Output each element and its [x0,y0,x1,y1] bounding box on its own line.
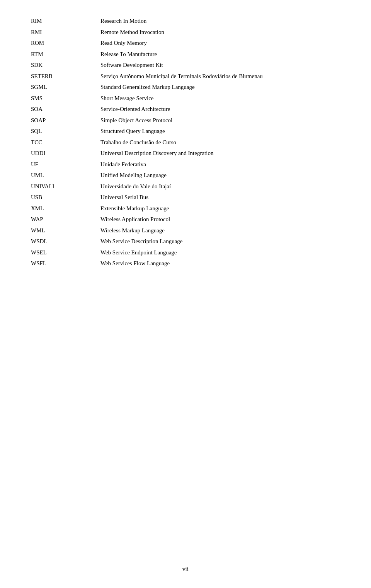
definition: Structured Query Language [100,126,340,137]
table-row: SETERBServiço Autônomo Municipal de Term… [31,71,340,82]
abbreviation: XML [31,203,100,214]
definition: Unidade Federativa [100,159,340,170]
definition: Simple Object Access Protocol [100,115,340,126]
abbreviation: WSFL [31,258,100,269]
table-row: SOAService-Oriented Architecture [31,104,340,115]
table-row: UDDIUniversal Description Discovery and … [31,148,340,159]
definition: Wireless Markup Language [100,225,340,236]
abbreviation: UML [31,170,100,181]
abbreviation: SQL [31,126,100,137]
definition: Read Only Memory [100,37,340,49]
abbreviation: ROM [31,37,100,49]
definition: Web Service Endpoint Language [100,247,340,258]
table-row: WSFLWeb Services Flow Language [31,258,340,269]
table-row: WSELWeb Service Endpoint Language [31,247,340,258]
definition: Release To Manufacture [100,49,340,60]
abbreviation: SETERB [31,71,100,82]
page-number: vii [182,566,189,572]
table-row: ROMRead Only Memory [31,37,340,49]
abbreviation: WSEL [31,247,100,258]
definition: Standard Generalized Markup Language [100,82,340,93]
abbreviation: SOA [31,104,100,115]
table-row: WSDLWeb Service Description Language [31,236,340,247]
definition: Remote Method Invocation [100,27,340,38]
abbreviation: RIM [31,15,100,27]
definition: Trabalho de Conclusão de Curso [100,137,340,148]
table-row: TCCTrabalho de Conclusão de Curso [31,137,340,148]
table-row: UFUnidade Federativa [31,159,340,170]
table-row: XMLExtensible Markup Language [31,203,340,214]
abbreviation: UDDI [31,148,100,159]
table-row: SGMLStandard Generalized Markup Language [31,82,340,93]
table-row: WMLWireless Markup Language [31,225,340,236]
table-row: UNIVALIUniversidade do Vale do Itajaí [31,181,340,192]
table-row: RIMResearch In Motion [31,15,340,27]
definition: Unified Modeling Language [100,170,340,181]
definition: Serviço Autônomo Municipal de Terminais … [100,71,340,82]
abbreviation: TCC [31,137,100,148]
abbreviation: WSDL [31,236,100,247]
abbreviation: USB [31,192,100,203]
definition: Research In Motion [100,15,340,27]
abbreviation: UF [31,159,100,170]
definition: Web Services Flow Language [100,258,340,269]
abbreviation: SDK [31,60,100,71]
page-footer: vii [31,566,340,573]
abbreviation: RMI [31,27,100,38]
table-row: UMLUnified Modeling Language [31,170,340,181]
definition: Wireless Application Protocol [100,214,340,225]
definition: Web Service Description Language [100,236,340,247]
table-row: USBUniversal Serial Bus [31,192,340,203]
table-row: SMSShort Message Service [31,93,340,104]
abbreviation: SOAP [31,115,100,126]
definition: Universal Serial Bus [100,192,340,203]
acronym-table: RIMResearch In MotionRMIRemote Method In… [31,15,340,269]
abbreviation: SMS [31,93,100,104]
abbreviation: RTM [31,49,100,60]
definition: Universal Description Discovery and Inte… [100,148,340,159]
abbreviation: WAP [31,214,100,225]
table-row: SQLStructured Query Language [31,126,340,137]
table-row: SDKSoftware Development Kit [31,60,340,71]
abbreviation: WML [31,225,100,236]
abbreviation: SGML [31,82,100,93]
table-row: WAPWireless Application Protocol [31,214,340,225]
definition: Service-Oriented Architecture [100,104,340,115]
table-row: SOAPSimple Object Access Protocol [31,115,340,126]
abbreviation: UNIVALI [31,181,100,192]
definition: Extensible Markup Language [100,203,340,214]
page-content: RIMResearch In MotionRMIRemote Method In… [0,0,371,292]
table-row: RMIRemote Method Invocation [31,27,340,38]
definition: Universidade do Vale do Itajaí [100,181,340,192]
definition: Software Development Kit [100,60,340,71]
table-row: RTMRelease To Manufacture [31,49,340,60]
definition: Short Message Service [100,93,340,104]
